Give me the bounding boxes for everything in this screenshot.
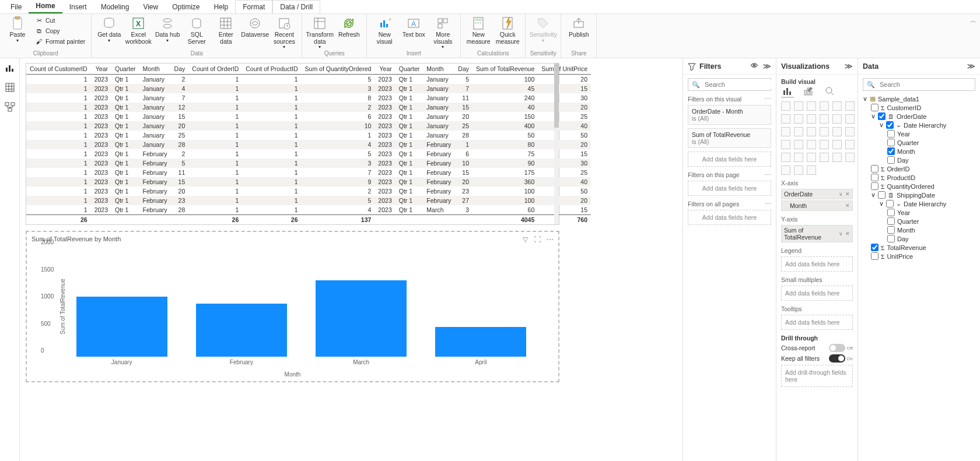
tab-modeling[interactable]: Modeling [94,1,136,13]
group-label: Insert [407,50,421,58]
more-visuals-button[interactable]: More visuals▾ [429,15,457,50]
tab-insert[interactable]: Insert [62,1,94,13]
chart-icon: + [377,16,391,30]
svg-text:+: + [388,17,391,23]
tab-optimize[interactable]: Optimize [165,1,206,13]
tab-format[interactable]: Format [235,0,272,13]
dataverse-button[interactable]: Dataverse [241,15,269,50]
tab-file[interactable]: File [4,1,29,13]
svg-rect-14 [383,20,385,27]
svg-rect-26 [480,22,481,24]
tag-icon [536,16,550,30]
svg-rect-13 [380,23,382,27]
svg-point-5 [163,19,172,22]
ribbon-group-queries: Transform data▾ Refresh Queries [302,14,367,58]
ribbon-group-data: Get data▾ XExcel workbook Data hub▾ SQL … [92,14,302,58]
ribbon-collapse-icon[interactable]: ︿ [970,16,977,25]
group-label: Data [191,50,203,58]
ribbon-group-insert: +New visual AText box More visuals▾ Inse… [367,14,461,58]
text-box-button[interactable]: AText box [400,15,428,50]
group-label: Queries [324,50,345,58]
sql-icon [190,16,204,30]
get-data-button[interactable]: Get data▾ [95,15,123,50]
tab-view[interactable]: View [136,1,165,13]
copy-button[interactable]: ⧉Copy [33,26,88,36]
recent-sources-button[interactable]: Recent sources▾ [270,15,298,50]
svg-rect-20 [443,19,447,23]
excel-icon: X [131,16,145,30]
svg-point-9 [250,19,260,28]
svg-rect-15 [386,24,388,27]
publish-button[interactable]: Publish [565,15,593,50]
data-hub-button[interactable]: Data hub▾ [153,15,181,50]
svg-rect-8 [220,18,231,29]
svg-rect-12 [314,18,325,29]
ribbon-tabs: File Home Insert Modeling View Optimize … [0,0,980,14]
sensitivity-button: Sensitivity▾ [529,15,557,50]
svg-rect-24 [475,22,477,24]
ribbon-group-calculations: New measure Quick measure Calculations [461,14,526,58]
dataverse-icon [248,16,262,30]
ribbon: ︿ Paste▾ ✂Cut ⧉Copy 🖌Format painter Clip… [0,14,980,58]
textbox-icon: A [407,16,421,30]
brush-icon: 🖌 [35,37,43,45]
svg-point-6 [163,24,172,28]
quick-measure-icon [501,16,514,30]
transform-icon [313,16,327,30]
ribbon-group-share: Publish Share [561,14,597,58]
quick-measure-button[interactable]: Quick measure [494,15,522,50]
new-visual-button[interactable]: +New visual [370,15,398,50]
svg-rect-21 [438,24,442,28]
new-measure-button[interactable]: New measure [464,15,492,50]
ribbon-group-clipboard: Paste▾ ✂Cut ⧉Copy 🖌Format painter Clipbo… [0,14,92,58]
scissors-icon: ✂ [35,16,43,24]
transform-data-button[interactable]: Transform data▾ [306,15,334,50]
recent-icon [277,16,291,30]
svg-rect-25 [477,22,479,24]
excel-workbook-button[interactable]: XExcel workbook [124,15,152,50]
cut-button[interactable]: ✂Cut [33,15,88,26]
refresh-button[interactable]: Refresh [335,15,363,50]
svg-rect-19 [438,19,442,23]
refresh-icon [342,16,356,30]
clipboard-icon [10,16,24,30]
svg-rect-23 [475,19,482,21]
grid-icon [219,16,233,30]
paste-button[interactable]: Paste▾ [4,15,32,50]
svg-text:X: X [136,20,141,28]
sql-server-button[interactable]: SQL Server [183,15,211,50]
tab-datadrill[interactable]: Data / Drill [272,0,320,13]
ribbon-group-sensitivity: Sensitivity▾ Sensitivity [526,14,561,58]
group-label: Calculations [477,50,509,58]
tab-home[interactable]: Home [29,0,62,13]
group-label: Share [571,50,587,58]
more-visuals-icon [436,16,450,30]
group-label: Clipboard [33,50,58,58]
svg-rect-1 [15,16,20,19]
svg-text:A: A [411,20,416,28]
format-painter-button[interactable]: 🖌Format painter [33,36,88,47]
group-label: Sensitivity [530,50,556,58]
database-icon [102,16,116,30]
copy-icon: ⧉ [35,27,43,35]
publish-icon [572,16,586,30]
datahub-icon [160,16,174,30]
enter-data-button[interactable]: Enter data [212,15,240,50]
tab-help[interactable]: Help [207,1,236,13]
calculator-icon [471,16,485,30]
